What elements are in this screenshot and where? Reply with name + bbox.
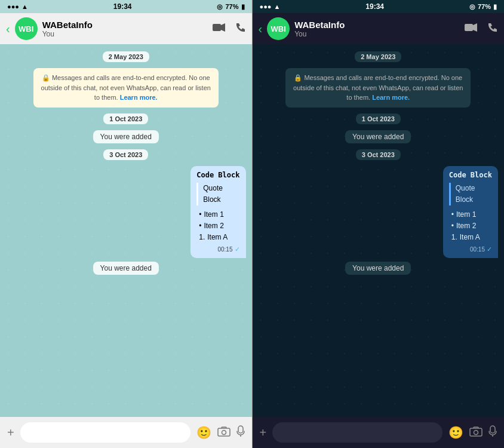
bullet-icon-1-left: •	[199, 209, 201, 220]
code-block-left: Code Block	[196, 171, 239, 179]
header-info-left: WABetaInfo You	[42, 20, 208, 38]
sticker-icon-right[interactable]: 🙂	[448, 425, 463, 440]
message-input-right[interactable]	[272, 422, 442, 443]
svg-marker-1	[221, 23, 225, 32]
video-call-icon-right[interactable]	[465, 23, 478, 35]
camera-icon-right[interactable]	[469, 426, 483, 440]
header-icons-right	[465, 22, 498, 36]
chat-area-left: 2 May 2023 🔒 Messages and calls are end-…	[0, 44, 252, 417]
svg-point-9	[474, 430, 478, 434]
bullet-icon-1-right: •	[451, 209, 454, 220]
right-panel: ●●● ▲ 19:34 ◎ 77% ▮ ‹ WBI WABetaInfo You…	[253, 0, 505, 448]
video-call-icon-left[interactable]	[213, 23, 226, 35]
quote-block-right: QuoteBlock	[449, 183, 492, 205]
bubble-sent-right: Code Block QuoteBlock • Item 1 • Item 2 …	[443, 166, 498, 259]
number-icon-right: 1.	[451, 232, 457, 243]
location-icon-right: ◎	[469, 3, 475, 11]
bottom-bar-left: + 🙂	[0, 417, 252, 448]
chat-header-left: ‹ WBI WABetaInfo You	[0, 13, 252, 44]
svg-rect-4	[238, 426, 243, 433]
battery-right: ◎ 77% ▮	[469, 3, 497, 11]
date-pill-3-left: 3 Oct 2023	[103, 149, 148, 160]
bullet-list-right: • Item 1 • Item 2 1. Item A	[449, 209, 492, 244]
bullet-text-2-left: Item 2	[204, 220, 223, 232]
plus-button-left[interactable]: +	[7, 426, 14, 440]
header-icons-left	[213, 22, 246, 36]
contact-sub-left: You	[42, 30, 208, 38]
date-pill-2-right: 1 Oct 2023	[356, 113, 401, 124]
date-pill-1-right: 2 May 2023	[355, 51, 401, 62]
contact-name-right: WABetaInfo	[294, 20, 460, 30]
back-button-left[interactable]: ‹	[6, 22, 10, 36]
voice-call-icon-right[interactable]	[487, 22, 498, 36]
avatar-left: WBI	[15, 17, 38, 40]
bottom-bar-right: + 🙂	[253, 417, 505, 448]
message-input-left[interactable]	[20, 422, 190, 443]
list-item-1-right: • Item 1	[451, 209, 492, 220]
bubble-footer-right: 00:15 ✓	[449, 246, 492, 253]
bullet-icon-2-right: •	[451, 220, 454, 232]
list-item-1-left: • Item 1	[199, 209, 239, 220]
svg-rect-6	[465, 24, 473, 31]
battery-percent-right: 77%	[478, 3, 491, 10]
system-msg-1-left: You were added	[93, 130, 159, 143]
status-bar-right: ●●● ▲ 19:34 ◎ 77% ▮	[253, 0, 505, 13]
bullet-text-2-right: Item 2	[456, 220, 476, 232]
bullet-icon-2-left: •	[199, 220, 201, 232]
bubble-time-right: 00:15	[470, 246, 485, 253]
svg-point-3	[222, 430, 226, 434]
date-pill-2-left: 1 Oct 2023	[103, 113, 148, 124]
code-block-right: Code Block	[449, 171, 492, 179]
svg-rect-0	[213, 24, 221, 31]
mic-icon-right[interactable]	[488, 425, 497, 440]
time-left: 19:34	[113, 2, 132, 11]
bullet-text-1-right: Item 1	[456, 209, 476, 220]
list-item-3-left: 1. Item A	[199, 232, 239, 243]
list-item-3-right: 1. Item A	[451, 232, 492, 243]
bubble-time-left: 00:15	[217, 246, 232, 253]
back-button-right[interactable]: ‹	[259, 22, 263, 36]
battery-percent-left: 77%	[225, 3, 238, 10]
date-pill-3-right: 3 Oct 2023	[356, 149, 401, 160]
quote-block-left: QuoteBlock	[196, 183, 239, 205]
signal-icon-right: ●●●	[260, 3, 272, 10]
battery-icon-right: ▮	[493, 3, 497, 11]
contact-name-left: WABetaInfo	[42, 20, 208, 30]
mic-icon-left[interactable]	[236, 425, 245, 440]
status-bar-left: ●●● ▲ 19:34 ◎ 77% ▮	[0, 0, 252, 13]
bubble-check-right: ✓	[487, 246, 492, 253]
system-msg-1-right: You were added	[345, 130, 411, 143]
time-right: 19:34	[365, 2, 384, 11]
avatar-right: WBI	[267, 17, 290, 40]
plus-button-right[interactable]: +	[260, 426, 267, 440]
wifi-icon-right: ▲	[273, 3, 280, 10]
chat-area-right: 2 May 2023 🔒 Messages and calls are end-…	[253, 44, 505, 417]
numbered-text-right: Item A	[460, 232, 480, 243]
battery-icon-left: ▮	[241, 3, 245, 11]
bullet-text-1-left: Item 1	[204, 209, 223, 220]
number-icon-left: 1.	[199, 232, 205, 243]
list-item-2-left: • Item 2	[199, 220, 239, 232]
date-pill-1-left: 2 May 2023	[103, 51, 149, 62]
status-left-right: ●●● ▲	[260, 3, 281, 10]
encryption-notice-left: 🔒 Messages and calls are end-to-end encr…	[33, 68, 219, 108]
location-icon: ◎	[217, 3, 223, 11]
bullet-list-left: • Item 1 • Item 2 1. Item A	[196, 209, 239, 244]
list-item-2-right: • Item 2	[451, 220, 492, 232]
learn-more-left[interactable]: Learn more.	[120, 94, 158, 101]
bubble-sent-left: Code Block QuoteBlock • Item 1 • Item 2 …	[190, 166, 245, 259]
bubble-check-left: ✓	[235, 246, 240, 253]
learn-more-right[interactable]: Learn more.	[372, 94, 410, 101]
left-panel: ●●● ▲ 19:34 ◎ 77% ▮ ‹ WBI WABetaInfo You…	[0, 0, 252, 448]
system-msg-2-left: You were added	[93, 262, 159, 275]
voice-call-icon-left[interactable]	[235, 22, 246, 36]
contact-sub-right: You	[294, 30, 460, 38]
header-info-right: WABetaInfo You	[294, 20, 460, 38]
camera-icon-left[interactable]	[217, 426, 231, 440]
svg-marker-7	[473, 23, 477, 32]
system-msg-2-right: You were added	[345, 262, 411, 275]
battery-left: ◎ 77% ▮	[217, 3, 244, 11]
sticker-icon-left[interactable]: 🙂	[196, 425, 211, 440]
status-left: ●●● ▲	[7, 3, 28, 10]
wifi-icon: ▲	[21, 3, 28, 10]
